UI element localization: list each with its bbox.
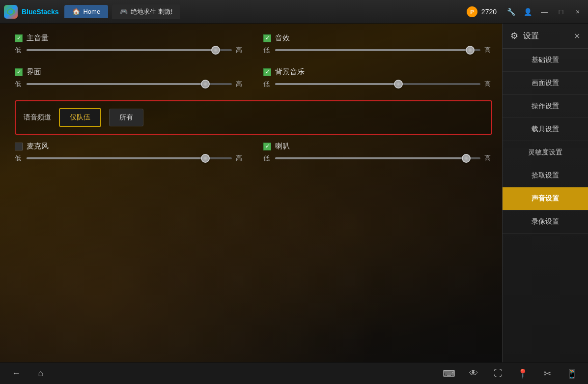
main-volume-label: 主音量 xyxy=(27,33,49,43)
sound-effect-fill xyxy=(275,49,470,51)
mic-slider-row: 低 高 xyxy=(15,154,244,163)
sidebar-item-pickup[interactable]: 拾取设置 xyxy=(503,164,588,187)
speaker-track[interactable] xyxy=(275,157,480,159)
ui-high: 高 xyxy=(236,80,244,89)
keyboard-icon[interactable]: ⌨ xyxy=(443,367,455,380)
sound-effect-slider-row: 低 高 xyxy=(263,46,492,55)
bottom-bar: ← ⌂ ⌨ 👁 ⛶ 📍 ✂ 📱 xyxy=(0,362,588,384)
bluestacks-logo xyxy=(4,5,18,19)
home-button[interactable]: ⌂ xyxy=(34,367,47,380)
profile-button[interactable]: 👤 xyxy=(521,5,534,18)
game-tab[interactable]: 🎮 绝地求生 刺激! xyxy=(112,4,180,19)
game-area: ✓ 主音量 低 高 xyxy=(0,24,502,362)
scissors-icon[interactable]: ✂ xyxy=(541,367,554,380)
main-volume-thumb[interactable] xyxy=(211,46,220,55)
row-2: ✓ 界面 低 高 xyxy=(15,67,492,93)
voice-team-button[interactable]: 仅队伍 xyxy=(59,108,101,127)
sidebar-item-controls[interactable]: 操作设置 xyxy=(503,95,588,118)
location-icon[interactable]: 📍 xyxy=(516,367,529,380)
mic-thumb[interactable] xyxy=(201,154,210,163)
right-sidebar: ⚙ 设置 ✕ 基础设置 画面设置 操作设置 载具设置 灵敏度设置 拾取设置 声音… xyxy=(502,24,588,362)
ui-thumb[interactable] xyxy=(201,80,210,89)
ui-fill xyxy=(27,83,205,85)
bgm-setting: ✓ 背景音乐 低 高 xyxy=(263,67,492,89)
sidebar-header: ⚙ 设置 ✕ xyxy=(503,24,588,49)
sound-effect-label: 音效 xyxy=(275,33,290,43)
main-content: ✓ 主音量 低 高 xyxy=(0,24,588,362)
main-volume-track[interactable] xyxy=(27,49,232,51)
main-volume-fill xyxy=(27,49,216,51)
mic-low: 低 xyxy=(15,154,23,163)
ui-label: 界面 xyxy=(27,67,41,77)
maximize-button[interactable]: □ xyxy=(555,5,567,18)
home-icon: 🏠 xyxy=(72,8,80,15)
bgm-track[interactable] xyxy=(275,83,480,85)
main-volume-high: 高 xyxy=(236,46,244,55)
mic-high: 高 xyxy=(236,154,244,163)
voice-channel-section: 语音频道 仅队伍 所有 xyxy=(15,100,492,135)
ui-checkbox[interactable]: ✓ xyxy=(15,68,23,76)
eye-icon[interactable]: 👁 xyxy=(467,367,480,380)
sidebar-item-sensitivity[interactable]: 灵敏度设置 xyxy=(503,141,588,164)
ui-low: 低 xyxy=(15,80,23,89)
back-button[interactable]: ← xyxy=(10,367,23,380)
sound-effect-thumb[interactable] xyxy=(466,46,475,55)
voice-all-button[interactable]: 所有 xyxy=(109,109,143,126)
wrench-button[interactable]: 🔧 xyxy=(504,5,517,18)
titlebar: BlueStacks 🏠 Home 🎮 绝地求生 刺激! P 2720 🔧 👤 … xyxy=(0,0,588,24)
close-button[interactable]: × xyxy=(571,5,584,18)
main-volume-checkbox[interactable]: ✓ xyxy=(15,34,23,42)
game-tab-label: 绝地求生 刺激! xyxy=(131,7,172,16)
voice-channel-label: 语音频道 xyxy=(24,113,51,122)
sidebar-item-vehicle[interactable]: 载具设置 xyxy=(503,118,588,141)
speaker-slider-row: 低 高 xyxy=(263,154,492,163)
home-tab-label: Home xyxy=(83,8,100,15)
bgm-high: 高 xyxy=(484,80,492,89)
bgm-fill xyxy=(275,83,398,85)
sidebar-item-sound[interactable]: 声音设置 xyxy=(503,187,588,210)
coin-amount: 2720 xyxy=(481,8,497,16)
expand-icon[interactable]: ⛶ xyxy=(492,367,504,380)
coin-icon: P xyxy=(467,6,477,17)
sound-effect-track[interactable] xyxy=(275,49,480,51)
bgm-thumb[interactable] xyxy=(394,80,403,89)
main-volume-slider-row: 低 高 xyxy=(15,46,244,55)
main-volume-low: 低 xyxy=(15,46,23,55)
ui-setting: ✓ 界面 低 高 xyxy=(15,67,244,89)
game-tab-icon: 🎮 xyxy=(120,8,128,15)
sidebar-item-recording[interactable]: 录像设置 xyxy=(503,210,588,234)
mic-track[interactable] xyxy=(27,157,232,159)
settings-content: ✓ 主音量 低 高 xyxy=(15,33,492,353)
bgm-label: 背景音乐 xyxy=(275,67,305,77)
sidebar-item-display[interactable]: 画面设置 xyxy=(503,72,588,95)
mobile-icon[interactable]: 📱 xyxy=(565,367,578,380)
main-volume-setting: ✓ 主音量 低 高 xyxy=(15,33,244,55)
speaker-thumb[interactable] xyxy=(462,154,471,163)
speaker-high: 高 xyxy=(484,154,492,163)
minimize-button[interactable]: — xyxy=(538,5,551,18)
mic-fill xyxy=(27,157,205,159)
bgm-checkbox[interactable]: ✓ xyxy=(263,68,271,76)
home-tab[interactable]: 🏠 Home xyxy=(64,5,108,18)
sound-effect-setting: ✓ 音效 低 高 xyxy=(263,33,492,55)
bgm-low: 低 xyxy=(263,80,271,89)
mic-checkbox[interactable] xyxy=(15,143,23,150)
speaker-fill xyxy=(275,157,466,159)
speaker-label: 喇叭 xyxy=(275,142,290,151)
sound-effect-high: 高 xyxy=(484,46,492,55)
sound-effect-low: 低 xyxy=(263,46,271,55)
sidebar-close-button[interactable]: ✕ xyxy=(574,31,580,41)
row-1: ✓ 主音量 低 高 xyxy=(15,33,492,59)
mic-setting: 麦克风 低 高 xyxy=(15,142,244,163)
sound-effect-checkbox[interactable]: ✓ xyxy=(263,34,271,42)
ui-slider-row: 低 高 xyxy=(15,80,244,89)
sidebar-title: 设置 xyxy=(523,31,539,41)
speaker-checkbox[interactable]: ✓ xyxy=(263,143,271,150)
sidebar-item-basic[interactable]: 基础设置 xyxy=(503,49,588,72)
gear-icon: ⚙ xyxy=(510,30,518,41)
bgm-slider-row: 低 高 xyxy=(263,80,492,89)
bottom-left-controls: ← ⌂ xyxy=(10,367,47,380)
mic-label: 麦克风 xyxy=(27,142,49,151)
ui-track[interactable] xyxy=(27,83,232,85)
bottom-right-controls: ⌨ 👁 ⛶ 📍 ✂ 📱 xyxy=(443,367,578,380)
